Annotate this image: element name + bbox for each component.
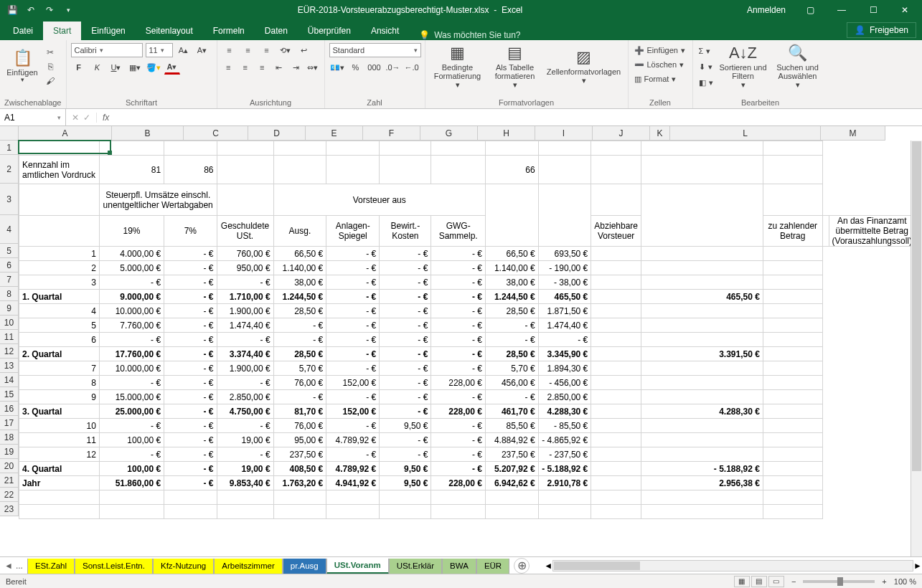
tab-review[interactable]: Überprüfen [298,22,361,40]
cell[interactable] [431,156,486,184]
cell[interactable]: 1.871,50 € [538,304,591,318]
cell[interactable]: 85,50 € [485,419,538,433]
orientation-icon[interactable]: ⟲▾ [278,43,293,57]
column-header[interactable]: J [593,126,650,141]
tell-me[interactable]: 💡 Was möchten Sie tun? [409,30,530,40]
cell[interactable]: 228,00 € [431,376,486,390]
cell[interactable] [763,333,822,347]
cell[interactable]: - € [164,290,217,304]
cell[interactable] [485,141,538,156]
row-header[interactable]: 17 [0,416,19,430]
cell[interactable]: - € [164,247,217,261]
cell[interactable]: - € [326,247,380,261]
cell[interactable]: 461,70 € [485,404,538,419]
italic-button[interactable]: K [90,60,105,75]
cell[interactable] [641,261,763,275]
sheet-tab-kfz[interactable]: Kfz-Nutzung [153,559,214,574]
cell[interactable]: - € [326,261,380,275]
cell[interactable] [591,505,641,519]
tab-scroll-left-icon[interactable]: ◄ [4,561,13,571]
cell[interactable]: 2.910,78 € [538,476,591,490]
cell[interactable] [822,216,829,247]
cell[interactable] [591,447,641,462]
cell[interactable]: - € [431,290,486,304]
font-size-combo[interactable]: 11▾ [146,43,173,57]
cell[interactable]: 4.000,00 € [99,247,164,261]
clear-button[interactable]: ◧▾ [697,75,715,90]
cell[interactable]: 10 [19,419,100,433]
cell[interactable] [763,290,822,304]
cell[interactable]: - 237,50 € [538,447,591,462]
cell[interactable]: 1.140,00 € [485,261,538,275]
cell[interactable]: - € [164,347,217,361]
cell[interactable]: - 456,00 € [538,376,591,390]
cell[interactable]: 66,50 € [485,247,538,261]
tab-insert[interactable]: Einfügen [81,22,135,40]
cell[interactable]: 1.244,50 € [273,290,326,304]
cell[interactable]: 12 [19,447,100,462]
cell[interactable]: - € [380,361,431,376]
cell[interactable]: zu zahlender Betrag [763,216,822,247]
cell[interactable]: - € [326,318,380,333]
cell[interactable]: 5,70 € [273,361,326,376]
cell[interactable] [273,141,326,156]
row-header[interactable]: 5 [0,244,19,258]
fx-icon[interactable]: fx [97,113,115,123]
cell[interactable]: 9,50 € [380,419,431,433]
cell[interactable]: 19,00 € [217,462,273,476]
select-all-corner[interactable] [0,126,19,141]
cell[interactable]: - € [217,447,273,462]
cell[interactable] [485,184,538,247]
cell[interactable] [431,505,486,519]
align-left-icon[interactable]: ≡ [222,60,236,75]
cell[interactable]: 2 [19,261,100,275]
cell[interactable] [763,476,822,490]
row-header[interactable]: 16 [0,402,19,416]
format-painter-icon[interactable]: 🖌 [43,75,57,87]
share-button[interactable]: 👤 Freigeben [847,22,916,38]
cells-area[interactable]: Kennzahl im amtlichen Vordruck818666Steu… [19,141,922,519]
format-cells-button[interactable]: ▥Format ▾ [633,72,688,86]
cell[interactable]: 228,00 € [431,476,486,490]
cell[interactable]: 1.763,20 € [273,476,326,490]
sheet-tab-eur[interactable]: EÜR [476,559,509,574]
cell[interactable]: 4.789,92 € [326,433,380,447]
cell[interactable]: Bewirt.-Kosten [380,216,431,247]
cell[interactable]: 7.760,00 € [99,318,164,333]
align-right-icon[interactable]: ≡ [255,60,270,75]
cell[interactable] [641,156,763,184]
cell[interactable] [763,247,822,261]
cell[interactable] [641,390,763,404]
cell[interactable]: - € [538,333,591,347]
cell[interactable]: - € [99,419,164,433]
cell[interactable]: 19,00 € [217,433,273,447]
cell[interactable] [591,156,641,184]
view-pagebreak-icon[interactable]: ▭ [768,576,784,587]
cell[interactable]: - € [431,318,486,333]
tab-scroll-more[interactable]: ... [16,561,23,571]
conditional-formatting-button[interactable]: ▦Bedingte Formatierung▾ [430,43,486,90]
cell[interactable]: 81,70 € [273,404,326,419]
cell[interactable]: 9,50 € [380,476,431,490]
cell[interactable]: 5.207,92 € [485,462,538,476]
cell[interactable] [591,184,641,216]
cell[interactable] [641,304,763,318]
comma-format-icon[interactable]: 000 [367,60,382,75]
cell[interactable]: 1.140,00 € [273,261,326,275]
cell[interactable]: Vorsteuer aus [273,184,485,216]
cell[interactable]: 15.000,00 € [99,390,164,404]
cell[interactable]: 25.000,00 € [99,404,164,419]
cell[interactable] [538,141,591,156]
name-box[interactable]: ▾ [0,109,66,125]
cell[interactable]: - € [326,419,380,433]
cell[interactable]: 28,50 € [485,347,538,361]
cell[interactable]: Ausg. [273,216,326,247]
cell[interactable]: 9 [19,390,100,404]
cell[interactable]: - € [217,419,273,433]
merge-icon[interactable]: ⇔▾ [306,60,320,75]
hscroll-left-icon[interactable]: ◄ [544,561,552,571]
cell[interactable]: - € [380,447,431,462]
format-as-table-button[interactable]: ▤Als Tabelle formatieren▾ [489,43,542,90]
cell[interactable] [99,490,164,505]
cell[interactable]: - € [431,462,486,476]
